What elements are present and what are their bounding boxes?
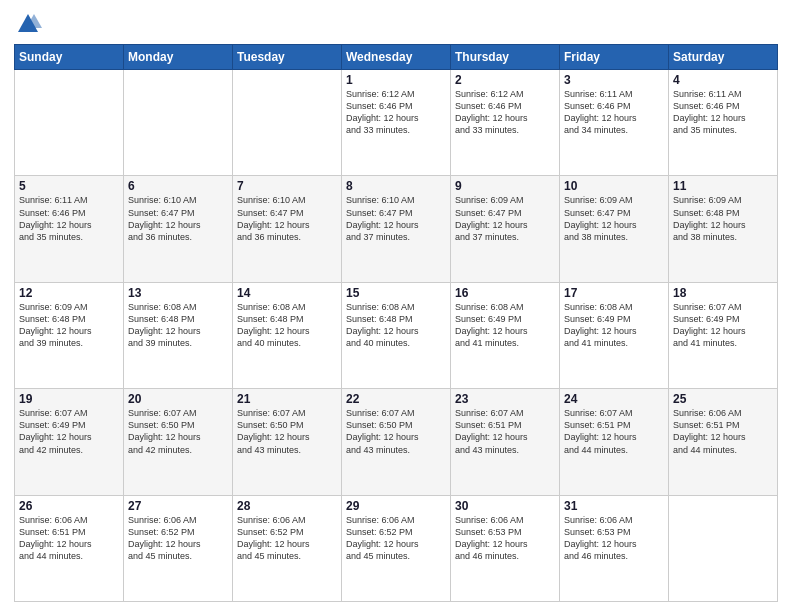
- calendar-cell: [233, 70, 342, 176]
- calendar-table: SundayMondayTuesdayWednesdayThursdayFrid…: [14, 44, 778, 602]
- weekday-header-friday: Friday: [560, 45, 669, 70]
- calendar-cell: 15Sunrise: 6:08 AM Sunset: 6:48 PM Dayli…: [342, 282, 451, 388]
- calendar-cell: 10Sunrise: 6:09 AM Sunset: 6:47 PM Dayli…: [560, 176, 669, 282]
- day-info: Sunrise: 6:07 AM Sunset: 6:51 PM Dayligh…: [564, 407, 664, 456]
- day-number: 20: [128, 392, 228, 406]
- day-number: 24: [564, 392, 664, 406]
- calendar-cell: 31Sunrise: 6:06 AM Sunset: 6:53 PM Dayli…: [560, 495, 669, 601]
- calendar-cell: 7Sunrise: 6:10 AM Sunset: 6:47 PM Daylig…: [233, 176, 342, 282]
- calendar-cell: 3Sunrise: 6:11 AM Sunset: 6:46 PM Daylig…: [560, 70, 669, 176]
- calendar-cell: 30Sunrise: 6:06 AM Sunset: 6:53 PM Dayli…: [451, 495, 560, 601]
- calendar-cell: 5Sunrise: 6:11 AM Sunset: 6:46 PM Daylig…: [15, 176, 124, 282]
- day-number: 23: [455, 392, 555, 406]
- calendar-cell: 18Sunrise: 6:07 AM Sunset: 6:49 PM Dayli…: [669, 282, 778, 388]
- calendar-cell: 16Sunrise: 6:08 AM Sunset: 6:49 PM Dayli…: [451, 282, 560, 388]
- day-number: 9: [455, 179, 555, 193]
- day-number: 31: [564, 499, 664, 513]
- week-row-4: 26Sunrise: 6:06 AM Sunset: 6:51 PM Dayli…: [15, 495, 778, 601]
- day-number: 3: [564, 73, 664, 87]
- calendar-cell: 21Sunrise: 6:07 AM Sunset: 6:50 PM Dayli…: [233, 389, 342, 495]
- weekday-header-monday: Monday: [124, 45, 233, 70]
- day-number: 22: [346, 392, 446, 406]
- calendar-cell: 27Sunrise: 6:06 AM Sunset: 6:52 PM Dayli…: [124, 495, 233, 601]
- week-row-1: 5Sunrise: 6:11 AM Sunset: 6:46 PM Daylig…: [15, 176, 778, 282]
- calendar-cell: 9Sunrise: 6:09 AM Sunset: 6:47 PM Daylig…: [451, 176, 560, 282]
- day-number: 17: [564, 286, 664, 300]
- weekday-header-row: SundayMondayTuesdayWednesdayThursdayFrid…: [15, 45, 778, 70]
- weekday-header-sunday: Sunday: [15, 45, 124, 70]
- week-row-3: 19Sunrise: 6:07 AM Sunset: 6:49 PM Dayli…: [15, 389, 778, 495]
- calendar-cell: 12Sunrise: 6:09 AM Sunset: 6:48 PM Dayli…: [15, 282, 124, 388]
- calendar-cell: 1Sunrise: 6:12 AM Sunset: 6:46 PM Daylig…: [342, 70, 451, 176]
- day-number: 27: [128, 499, 228, 513]
- weekday-header-saturday: Saturday: [669, 45, 778, 70]
- day-info: Sunrise: 6:11 AM Sunset: 6:46 PM Dayligh…: [673, 88, 773, 137]
- page: SundayMondayTuesdayWednesdayThursdayFrid…: [0, 0, 792, 612]
- day-info: Sunrise: 6:11 AM Sunset: 6:46 PM Dayligh…: [564, 88, 664, 137]
- day-info: Sunrise: 6:08 AM Sunset: 6:49 PM Dayligh…: [564, 301, 664, 350]
- day-info: Sunrise: 6:07 AM Sunset: 6:49 PM Dayligh…: [673, 301, 773, 350]
- day-number: 25: [673, 392, 773, 406]
- day-number: 28: [237, 499, 337, 513]
- day-number: 13: [128, 286, 228, 300]
- day-number: 15: [346, 286, 446, 300]
- day-number: 29: [346, 499, 446, 513]
- calendar-cell: 22Sunrise: 6:07 AM Sunset: 6:50 PM Dayli…: [342, 389, 451, 495]
- weekday-header-tuesday: Tuesday: [233, 45, 342, 70]
- day-number: 12: [19, 286, 119, 300]
- calendar-cell: 11Sunrise: 6:09 AM Sunset: 6:48 PM Dayli…: [669, 176, 778, 282]
- day-info: Sunrise: 6:10 AM Sunset: 6:47 PM Dayligh…: [346, 194, 446, 243]
- day-number: 21: [237, 392, 337, 406]
- day-number: 6: [128, 179, 228, 193]
- day-info: Sunrise: 6:08 AM Sunset: 6:49 PM Dayligh…: [455, 301, 555, 350]
- day-info: Sunrise: 6:06 AM Sunset: 6:51 PM Dayligh…: [19, 514, 119, 563]
- day-info: Sunrise: 6:10 AM Sunset: 6:47 PM Dayligh…: [237, 194, 337, 243]
- day-info: Sunrise: 6:09 AM Sunset: 6:47 PM Dayligh…: [455, 194, 555, 243]
- day-number: 5: [19, 179, 119, 193]
- weekday-header-thursday: Thursday: [451, 45, 560, 70]
- logo: [14, 10, 46, 38]
- calendar-cell: 19Sunrise: 6:07 AM Sunset: 6:49 PM Dayli…: [15, 389, 124, 495]
- calendar-cell: 29Sunrise: 6:06 AM Sunset: 6:52 PM Dayli…: [342, 495, 451, 601]
- day-number: 11: [673, 179, 773, 193]
- week-row-0: 1Sunrise: 6:12 AM Sunset: 6:46 PM Daylig…: [15, 70, 778, 176]
- day-info: Sunrise: 6:09 AM Sunset: 6:47 PM Dayligh…: [564, 194, 664, 243]
- calendar-cell: 24Sunrise: 6:07 AM Sunset: 6:51 PM Dayli…: [560, 389, 669, 495]
- day-info: Sunrise: 6:06 AM Sunset: 6:52 PM Dayligh…: [237, 514, 337, 563]
- day-info: Sunrise: 6:06 AM Sunset: 6:53 PM Dayligh…: [455, 514, 555, 563]
- calendar-cell: 20Sunrise: 6:07 AM Sunset: 6:50 PM Dayli…: [124, 389, 233, 495]
- day-number: 2: [455, 73, 555, 87]
- day-number: 30: [455, 499, 555, 513]
- day-number: 1: [346, 73, 446, 87]
- calendar-cell: 14Sunrise: 6:08 AM Sunset: 6:48 PM Dayli…: [233, 282, 342, 388]
- day-info: Sunrise: 6:09 AM Sunset: 6:48 PM Dayligh…: [19, 301, 119, 350]
- day-number: 18: [673, 286, 773, 300]
- logo-icon: [14, 10, 42, 38]
- day-info: Sunrise: 6:12 AM Sunset: 6:46 PM Dayligh…: [455, 88, 555, 137]
- day-info: Sunrise: 6:06 AM Sunset: 6:52 PM Dayligh…: [128, 514, 228, 563]
- day-number: 26: [19, 499, 119, 513]
- calendar-cell: 17Sunrise: 6:08 AM Sunset: 6:49 PM Dayli…: [560, 282, 669, 388]
- day-number: 16: [455, 286, 555, 300]
- calendar-cell: 23Sunrise: 6:07 AM Sunset: 6:51 PM Dayli…: [451, 389, 560, 495]
- day-info: Sunrise: 6:06 AM Sunset: 6:51 PM Dayligh…: [673, 407, 773, 456]
- calendar-cell: [669, 495, 778, 601]
- calendar-cell: 4Sunrise: 6:11 AM Sunset: 6:46 PM Daylig…: [669, 70, 778, 176]
- week-row-2: 12Sunrise: 6:09 AM Sunset: 6:48 PM Dayli…: [15, 282, 778, 388]
- calendar-cell: [15, 70, 124, 176]
- day-info: Sunrise: 6:06 AM Sunset: 6:53 PM Dayligh…: [564, 514, 664, 563]
- day-info: Sunrise: 6:07 AM Sunset: 6:50 PM Dayligh…: [128, 407, 228, 456]
- day-number: 10: [564, 179, 664, 193]
- day-info: Sunrise: 6:08 AM Sunset: 6:48 PM Dayligh…: [237, 301, 337, 350]
- day-info: Sunrise: 6:07 AM Sunset: 6:50 PM Dayligh…: [346, 407, 446, 456]
- day-number: 8: [346, 179, 446, 193]
- calendar-cell: 2Sunrise: 6:12 AM Sunset: 6:46 PM Daylig…: [451, 70, 560, 176]
- day-info: Sunrise: 6:11 AM Sunset: 6:46 PM Dayligh…: [19, 194, 119, 243]
- day-info: Sunrise: 6:07 AM Sunset: 6:51 PM Dayligh…: [455, 407, 555, 456]
- day-info: Sunrise: 6:12 AM Sunset: 6:46 PM Dayligh…: [346, 88, 446, 137]
- weekday-header-wednesday: Wednesday: [342, 45, 451, 70]
- calendar-cell: 25Sunrise: 6:06 AM Sunset: 6:51 PM Dayli…: [669, 389, 778, 495]
- day-info: Sunrise: 6:06 AM Sunset: 6:52 PM Dayligh…: [346, 514, 446, 563]
- calendar-cell: 13Sunrise: 6:08 AM Sunset: 6:48 PM Dayli…: [124, 282, 233, 388]
- calendar-cell: 8Sunrise: 6:10 AM Sunset: 6:47 PM Daylig…: [342, 176, 451, 282]
